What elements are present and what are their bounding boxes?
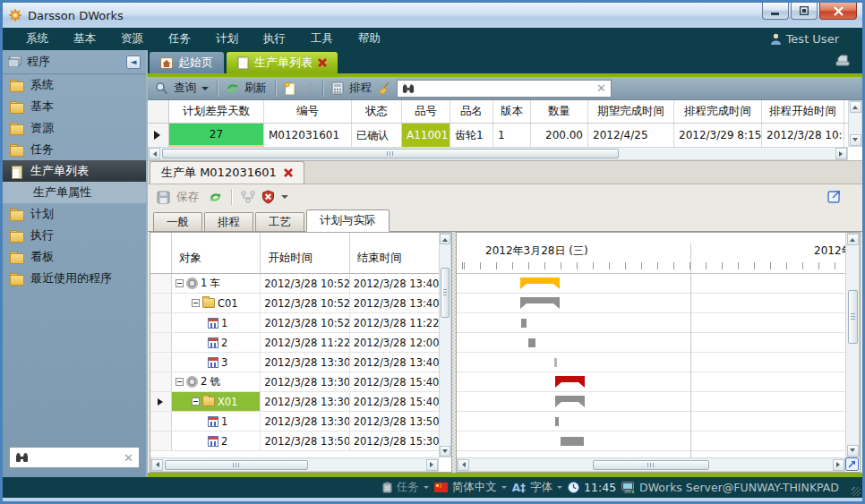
tab-production-order-list[interactable]: 生产单列表 [227,52,338,73]
new-document-icon[interactable] [284,81,296,96]
tab-start-page[interactable]: 起始页 [150,52,224,73]
menu-item[interactable]: 基本 [61,31,108,47]
gantt-vertical-scrollbar[interactable] [845,233,860,457]
tree-object-cell[interactable]: C01 [172,294,261,312]
gantt-summary-bar[interactable] [520,297,560,309]
broom-icon[interactable] [377,81,391,95]
sidebar-item[interactable]: 最近使用的程序 [3,268,146,289]
gantt-task-bar[interactable] [561,437,584,446]
subtab-schedule[interactable]: 排程 [204,212,253,231]
scroll-right-button[interactable] [835,148,847,159]
column-header[interactable]: 期望完成时间 [588,100,674,123]
tree-object-cell[interactable]: X01 [172,392,261,411]
query-dropdown-caret[interactable] [201,87,209,94]
menu-item[interactable]: 资源 [108,31,156,47]
subtab-process[interactable]: 工艺 [255,212,304,231]
scroll-left-button[interactable] [149,148,160,159]
column-start-time[interactable]: 开始时间 [261,233,349,273]
detail-doc-tab[interactable]: 生产单 M012031601 [150,161,304,184]
scroll-down-button[interactable] [850,134,861,146]
scroll-up-button[interactable] [847,234,859,245]
gantt-task-bar[interactable] [555,417,559,426]
tree-row[interactable]: 32012/3/28 13:302012/3/28 13:40 [150,353,439,372]
column-header[interactable]: 排程开始时间 [762,100,844,123]
gantt-task-bar[interactable] [528,338,535,347]
tree-row[interactable]: 12012/3/28 13:302012/3/28 13:50 [150,412,439,431]
subtab-general[interactable]: 一般 [153,212,202,231]
menu-item[interactable]: 系统 [13,31,61,47]
scroll-down-button[interactable] [847,445,859,457]
sidebar-item[interactable]: 看板 [3,246,146,268]
language-menu[interactable]: 简体中文 [434,480,507,495]
gantt-summary-bar[interactable] [555,396,585,407]
orders-grid-row[interactable]: 27M012031601已确认A11001齿轮11200.002012/4/25… [148,124,848,147]
orders-search-input[interactable]: ✕ [397,80,612,98]
gantt-summary-bar[interactable] [520,278,560,289]
tree-row[interactable]: 1 车2012/3/28 10:522012/3/28 13:40 [150,274,439,294]
tree-row[interactable]: 22012/3/28 13:502012/3/28 15:30 [150,431,439,451]
scroll-up-button[interactable] [850,101,861,113]
tree-row[interactable]: 2 铣2012/3/28 13:302012/3/28 15:40 [150,372,439,392]
shield-dropdown-caret[interactable] [281,195,288,202]
tree-object-cell[interactable]: 2 铣 [172,372,261,391]
expand-collapse-icon[interactable] [192,397,200,406]
column-header[interactable]: 计划差异天数 [169,100,264,123]
resize-grip[interactable] [852,487,861,496]
menu-item[interactable]: 任务 [156,31,203,47]
schedule-calculator-icon[interactable] [331,81,344,95]
refresh-icon[interactable] [209,191,222,204]
cancel-shield-icon[interactable] [261,190,275,204]
tree-object-cell[interactable]: 2 [172,431,261,450]
refresh-icon[interactable] [226,81,239,95]
close-detail-tab-icon[interactable] [284,168,293,177]
column-end-time[interactable]: 结束时间 [350,233,439,273]
sidebar-item[interactable]: 计划 [3,203,146,225]
scroll-left-button[interactable] [458,459,469,471]
tree-object-cell[interactable]: 1 [172,412,261,431]
tree-row[interactable]: C012012/3/28 10:522012/3/28 13:40 [150,294,439,313]
column-header[interactable]: 数量 [531,100,588,123]
sidebar-item[interactable]: 资源 [3,117,146,139]
scroll-right-button[interactable] [426,459,438,471]
tree-row[interactable]: 12012/3/28 10:522012/3/28 11:22 [150,313,439,333]
sidebar-item[interactable]: 执行 [3,225,146,246]
gantt-task-bar[interactable] [521,319,527,328]
current-user[interactable]: Test User [770,32,852,46]
menu-item[interactable]: 帮助 [346,31,393,47]
menu-item[interactable]: 计划 [203,31,251,47]
column-header[interactable]: 排程完成时间 [674,100,762,123]
scroll-up-button[interactable] [440,234,450,244]
tree-vertical-scrollbar[interactable] [439,233,451,457]
tree-horizontal-scrollbar[interactable] [150,457,439,472]
menu-item[interactable]: 执行 [251,31,298,47]
maximize-button[interactable] [791,3,818,20]
orders-horizontal-scrollbar[interactable] [148,147,848,160]
schedule-button[interactable]: 排程 [349,81,372,96]
sidebar-collapse-button[interactable]: ◄ [126,56,141,69]
column-header[interactable]: 编号 [264,100,352,123]
sidebar-search-box[interactable]: ✕ [9,447,140,468]
expand-collapse-icon[interactable] [176,279,184,287]
scroll-down-button[interactable] [440,446,450,457]
tree-object-cell[interactable]: 1 车 [172,274,261,293]
minimize-button[interactable] [762,3,789,20]
column-header[interactable]: 状态 [352,100,402,123]
window-list-icon[interactable] [835,55,850,66]
scroll-right-button[interactable] [833,459,844,471]
subtab-plan-vs-actual[interactable]: 计划与实际 [306,209,390,232]
open-in-window-icon[interactable] [827,188,843,203]
sidebar-item[interactable]: 基本 [3,96,146,117]
refresh-button[interactable]: 刷新 [244,81,267,96]
query-button[interactable]: 查询 [174,81,196,96]
scroll-left-button[interactable] [151,459,163,471]
column-header[interactable]: 版本 [493,100,531,123]
column-object[interactable]: 对象 [172,233,261,273]
tree-row[interactable]: 22012/3/28 11:222012/3/28 12:00 [150,333,439,353]
sidebar-item[interactable]: 生产单属性 [3,182,146,203]
edit-pencil-icon[interactable] [302,81,314,95]
gantt-popup-icon[interactable] [845,457,859,471]
expand-collapse-icon[interactable] [176,378,184,386]
column-header[interactable]: 品名 [450,100,493,123]
task-status-menu[interactable]: 任务 [382,480,429,495]
gantt-horizontal-scrollbar[interactable] [457,457,845,472]
